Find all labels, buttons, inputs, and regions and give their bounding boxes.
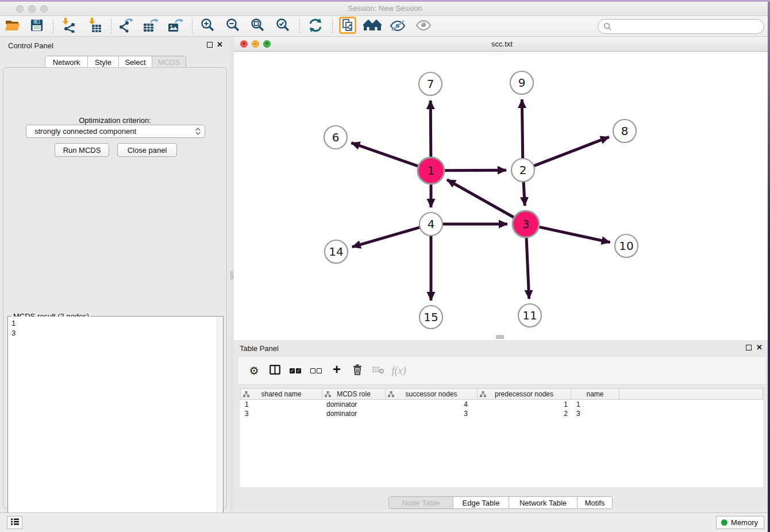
column-label: MCDS role: [337, 390, 371, 398]
graph-node-label: 1: [428, 164, 435, 178]
column-header-shared-name[interactable]: shared name: [241, 389, 322, 399]
tab-style[interactable]: Style: [88, 56, 119, 68]
graph-edge-2-9[interactable]: [522, 99, 522, 159]
cell-predecessor-nodes[interactable]: 2: [477, 409, 571, 418]
import-table-button[interactable]: [84, 17, 105, 36]
close-panel-button[interactable]: Close panel: [117, 143, 177, 157]
cell-shared-name[interactable]: 3: [240, 409, 322, 418]
zoom-in-button[interactable]: [198, 17, 218, 36]
zoom-selected-button[interactable]: [273, 17, 294, 36]
export-network-button[interactable]: [116, 17, 136, 36]
search-input[interactable]: [611, 21, 764, 32]
cell-shared-name[interactable]: 1: [240, 400, 322, 409]
graph-edge-1-2[interactable]: [444, 170, 506, 171]
task-history-button[interactable]: [7, 516, 22, 529]
select-all-icon: ✓✓: [290, 368, 301, 373]
delete-column-button-disabled: [368, 365, 388, 376]
panel-divider[interactable]: [230, 37, 234, 512]
new-network-from-selection-button[interactable]: [337, 17, 358, 36]
home-layout-button[interactable]: [362, 17, 383, 36]
show-columns-button[interactable]: [264, 365, 285, 377]
control-panel-tabs: Network Style Select MCDS: [45, 56, 186, 68]
mcds-result-text[interactable]: 1 3: [8, 317, 217, 532]
export-image-button[interactable]: [165, 17, 186, 36]
toolbar-separator: [192, 18, 192, 33]
column-type-icon: [388, 391, 394, 398]
graph-node-label: 7: [427, 77, 434, 91]
cell-successor-nodes[interactable]: 4: [385, 400, 477, 409]
graph-edge-3-1[interactable]: [447, 180, 514, 218]
mcds-result-line: 1: [11, 318, 217, 328]
float-table-panel-icon[interactable]: [746, 345, 752, 350]
import-network-icon: [61, 18, 76, 35]
column-header-successor-nodes[interactable]: successor nodes: [386, 389, 478, 399]
graph-node-label: 2: [519, 163, 527, 177]
cell-mcds-role[interactable]: dominator: [322, 400, 385, 409]
cell-mcds-role[interactable]: dominator: [322, 409, 385, 418]
divider-grip[interactable]: [230, 271, 233, 279]
graph-edge-1-6[interactable]: [351, 143, 418, 167]
import-network-button[interactable]: [58, 17, 79, 36]
tab-edge-table[interactable]: Edge Table: [453, 497, 509, 508]
graph-edge-2-3[interactable]: [523, 182, 525, 206]
mcds-result-scrollbar[interactable]: [217, 317, 223, 532]
show-all-button[interactable]: [413, 17, 434, 36]
tab-node-table[interactable]: Node Table: [389, 497, 453, 508]
criterion-value: strongly connected component: [26, 127, 193, 136]
cell-predecessor-nodes[interactable]: 1: [477, 400, 571, 409]
save-session-button[interactable]: [26, 17, 47, 36]
run-mcds-button[interactable]: Run MCDS: [55, 143, 109, 157]
zoom-in-icon: [201, 18, 215, 35]
column-header-predecessor-nodes[interactable]: predecessor nodes: [478, 389, 571, 399]
graph-edge-1-7[interactable]: [430, 101, 431, 157]
window-top-edge: [0, 0, 770, 2]
cell-name[interactable]: 1: [571, 400, 619, 409]
memory-button[interactable]: Memory: [716, 516, 764, 529]
graph-node-label: 9: [518, 76, 526, 90]
column-header-name[interactable]: name: [571, 389, 619, 399]
zoom-out-button[interactable]: [223, 17, 244, 36]
table-panel-title: Table Panel: [240, 344, 279, 353]
graph-edge-4-14[interactable]: [352, 228, 420, 247]
select-all-rows-button[interactable]: ✓✓: [285, 368, 306, 373]
hide-selected-button[interactable]: [387, 17, 408, 36]
graph-node-label: 3: [522, 217, 530, 231]
graph-edge-3-10[interactable]: [538, 227, 610, 242]
search-container: [598, 19, 764, 34]
criterion-select[interactable]: strongly connected component: [26, 125, 205, 138]
graph-node-label: 6: [332, 130, 340, 144]
eye-icon: [415, 20, 432, 33]
deselect-all-rows-button[interactable]: [306, 368, 326, 373]
table-row[interactable]: 3 dominator 3 2 3: [240, 409, 763, 418]
tab-mcds[interactable]: MCDS: [152, 56, 186, 68]
table-row[interactable]: 1 dominator 4 1 1: [240, 400, 763, 409]
network-window-resize-grip[interactable]: [496, 335, 504, 339]
network-canvas[interactable]: 1234678910111415: [234, 52, 770, 340]
create-column-button[interactable]: +: [326, 364, 347, 377]
graph-edge-3-11[interactable]: [526, 237, 529, 299]
session-title: Session: New Session: [0, 4, 770, 13]
graph-edge-2-8[interactable]: [534, 137, 609, 165]
tab-network[interactable]: Network: [45, 56, 88, 68]
new-network-from-selection-icon: [339, 17, 356, 36]
column-header-mcds-role[interactable]: MCDS role: [322, 389, 386, 399]
tab-select[interactable]: Select: [119, 56, 152, 68]
table-toolbar: ⚙ ✓✓ +: [237, 356, 767, 385]
search-icon: [603, 22, 611, 30]
table-settings-button[interactable]: ⚙: [244, 364, 264, 377]
column-label: shared name: [261, 390, 301, 398]
refresh-view-button[interactable]: [305, 17, 326, 36]
close-panel-icon[interactable]: ✕: [217, 42, 223, 48]
close-table-panel-icon[interactable]: ✕: [756, 345, 763, 350]
import-table-icon: [87, 18, 102, 35]
tab-network-table[interactable]: Network Table: [509, 497, 578, 508]
zoom-fit-button[interactable]: [248, 17, 268, 36]
tab-motifs[interactable]: Motifs: [578, 497, 612, 508]
open-session-button[interactable]: [2, 17, 23, 36]
export-table-button[interactable]: [140, 17, 161, 36]
cell-successor-nodes[interactable]: 3: [385, 409, 477, 418]
cell-name[interactable]: 3: [571, 409, 619, 418]
trash-icon: [353, 364, 362, 377]
delete-rows-button[interactable]: [347, 364, 368, 377]
float-panel-icon[interactable]: [207, 42, 213, 48]
